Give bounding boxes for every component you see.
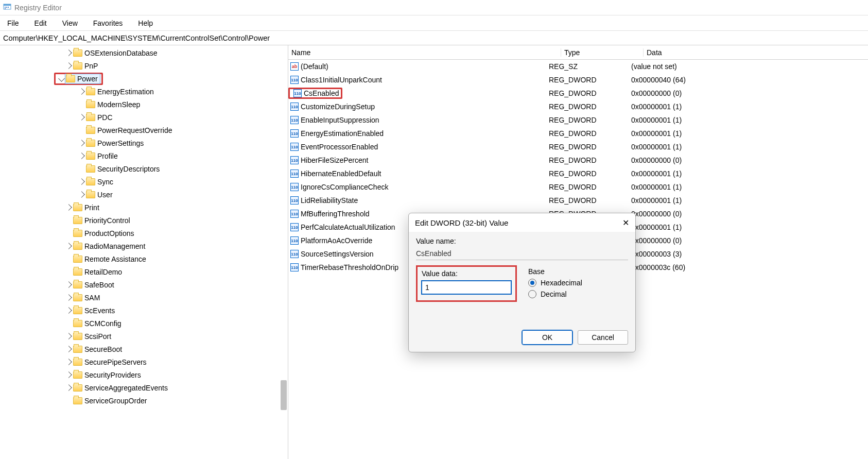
list-item[interactable]: ab(Default)REG_SZ(value not set) <box>288 60 868 73</box>
folder-icon <box>73 268 82 276</box>
chevron-right-icon[interactable] <box>77 152 85 160</box>
tree-item-label: ScsiPort <box>84 332 111 341</box>
tree-item-label: User <box>97 191 113 199</box>
tree-item[interactable]: SecurityDescriptors <box>0 162 288 175</box>
dialog-title: Edit DWORD (32-bit) Value <box>415 218 508 227</box>
value-name: Class1InitialUnparkCount <box>301 76 549 84</box>
radio-hex[interactable]: Hexadecimal <box>528 279 628 287</box>
col-header-type[interactable]: Type <box>561 48 644 57</box>
tree-item[interactable]: PriorityControl <box>0 214 288 227</box>
tree-item[interactable]: SafeBoot <box>0 278 288 291</box>
list-item[interactable]: 110HiberFileSizePercentREG_DWORD0x000000… <box>288 154 868 167</box>
tree-item-label: SecurityProviders <box>84 371 141 379</box>
tree-item[interactable]: PowerSettings <box>0 137 288 149</box>
tree-item[interactable]: ServiceGroupOrder <box>0 394 288 407</box>
tree-item[interactable]: Power <box>0 72 288 85</box>
folder-icon <box>73 204 82 211</box>
tree-pane[interactable]: OSExtensionDatabasePnPPowerEnergyEstimat… <box>0 45 288 459</box>
list-item[interactable]: 110CsEnabledREG_DWORD0x00000000 (0) <box>288 87 868 100</box>
folder-icon <box>73 371 82 379</box>
reg-dword-icon: 110 <box>290 103 299 111</box>
tree-item[interactable]: SecureBoot <box>0 343 288 355</box>
tree-item[interactable]: ScEvents <box>0 304 288 317</box>
chevron-right-icon[interactable] <box>64 384 73 392</box>
list-item[interactable]: 110Class1InitialUnparkCountREG_DWORD0x00… <box>288 73 868 87</box>
chevron-right-icon[interactable] <box>64 281 73 288</box>
tree-item[interactable]: ServiceAggregatedEvents <box>0 381 288 394</box>
menu-file[interactable]: File <box>4 17 22 29</box>
tree-scrollbar-thumb[interactable] <box>281 380 287 410</box>
chevron-right-icon[interactable] <box>77 88 85 95</box>
tree-item[interactable]: OSExtensionDatabase <box>0 46 288 59</box>
chevron-right-icon[interactable] <box>64 307 73 314</box>
chevron-right-icon[interactable] <box>77 191 85 198</box>
list-item[interactable]: 110HibernateEnabledDefaultREG_DWORD0x000… <box>288 167 868 180</box>
tree-item[interactable]: PnP <box>0 59 288 72</box>
value-name: EnergyEstimationEnabled <box>301 129 549 138</box>
tree-item[interactable]: SecurePipeServers <box>0 355 288 368</box>
chevron-right-icon[interactable] <box>64 359 73 366</box>
tree-item[interactable]: PowerRequestOverride <box>0 124 288 137</box>
list-item[interactable]: 110EnableInputSuppressionREG_DWORD0x0000… <box>288 113 868 127</box>
tree-item[interactable]: Remote Assistance <box>0 252 288 265</box>
menubar: File Edit View Favorites Help <box>0 15 868 31</box>
tree-item-label: SAM <box>84 294 100 302</box>
tree-item-label: PowerSettings <box>97 139 144 147</box>
folder-icon <box>86 101 95 108</box>
list-item[interactable]: 110EventProcessorEnabledREG_DWORD0x00000… <box>288 140 868 154</box>
chevron-right-icon[interactable] <box>64 346 73 353</box>
chevron-right-icon[interactable] <box>77 178 85 185</box>
folder-icon <box>86 191 95 198</box>
list-item[interactable]: 110LidReliabilityStateREG_DWORD0x0000000… <box>288 194 868 207</box>
chevron-right-icon[interactable] <box>64 62 73 70</box>
tree-item[interactable]: SecurityProviders <box>0 368 288 381</box>
address-bar[interactable]: Computer\HKEY_LOCAL_MACHINE\SYSTEM\Curre… <box>0 31 868 45</box>
tree-item[interactable]: ScsiPort <box>0 330 288 343</box>
col-header-name[interactable]: Name <box>288 48 561 57</box>
close-icon[interactable]: ✕ <box>622 218 629 228</box>
tree-item[interactable]: ProductOptions <box>0 227 288 240</box>
chevron-right-icon[interactable] <box>64 49 73 57</box>
menu-help[interactable]: Help <box>135 17 156 29</box>
list-item[interactable]: 110CustomizeDuringSetupREG_DWORD0x000000… <box>288 100 868 113</box>
value-name: (Default) <box>301 62 549 71</box>
list-item[interactable]: 110EnergyEstimationEnabledREG_DWORD0x000… <box>288 127 868 140</box>
chevron-right-icon[interactable] <box>77 140 85 147</box>
value-data-input[interactable] <box>422 281 511 294</box>
tree-item[interactable]: RetailDemo <box>0 265 288 278</box>
expander-spacer <box>77 127 85 134</box>
menu-view[interactable]: View <box>59 17 81 29</box>
tree-item[interactable]: ModernSleep <box>0 98 288 111</box>
value-data: 0x00000001 (1) <box>631 116 868 124</box>
tree-item[interactable]: SAM <box>0 291 288 304</box>
chevron-right-icon[interactable] <box>64 371 73 379</box>
chevron-right-icon[interactable] <box>77 114 85 121</box>
tree-item[interactable]: SCMConfig <box>0 317 288 330</box>
tree-item-label: SecurePipeServers <box>84 358 147 366</box>
chevron-down-icon[interactable] <box>57 75 65 82</box>
tree-item[interactable]: User <box>0 188 288 201</box>
folder-icon <box>86 140 95 147</box>
tree-item[interactable]: Profile <box>0 149 288 162</box>
cancel-button[interactable]: Cancel <box>578 330 628 345</box>
svg-rect-4 <box>8 7 9 8</box>
menu-favorites[interactable]: Favorites <box>90 17 126 29</box>
chevron-right-icon[interactable] <box>64 204 73 211</box>
ok-button[interactable]: OK <box>522 330 572 345</box>
tree-item[interactable]: RadioManagement <box>0 240 288 252</box>
folder-icon <box>73 230 82 237</box>
list-item[interactable]: 110IgnoreCsComplianceCheckREG_DWORD0x000… <box>288 180 868 194</box>
tree-item-label: PDC <box>97 113 113 122</box>
tree-item[interactable]: Sync <box>0 175 288 188</box>
radio-dec[interactable]: Decimal <box>528 290 628 298</box>
menu-edit[interactable]: Edit <box>31 17 50 29</box>
folder-icon <box>73 307 82 314</box>
col-header-data[interactable]: Data <box>644 48 868 57</box>
tree-item[interactable]: Print <box>0 201 288 214</box>
radio-hex-icon <box>528 279 536 287</box>
chevron-right-icon[interactable] <box>64 294 73 301</box>
tree-item[interactable]: EnergyEstimation <box>0 85 288 98</box>
tree-item[interactable]: PDC <box>0 111 288 124</box>
chevron-right-icon[interactable] <box>64 333 73 340</box>
chevron-right-icon[interactable] <box>64 243 73 250</box>
